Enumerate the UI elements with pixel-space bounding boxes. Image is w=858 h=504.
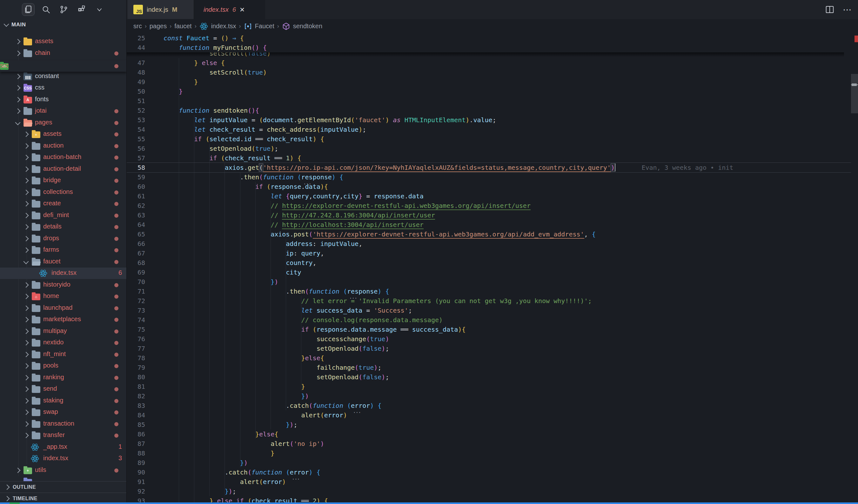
git-modified-dot — [114, 469, 118, 473]
outline-section-header[interactable]: OUTLINE — [0, 481, 126, 492]
tree-item-bridge[interactable]: bridge — [0, 175, 126, 186]
chevron-right-icon — [23, 328, 29, 334]
tree-item-index.tsx[interactable]: index.tsx3 — [0, 453, 126, 464]
source-control-icon[interactable] — [58, 3, 70, 16]
more-actions-icon[interactable]: ⋯ — [843, 4, 852, 15]
code-text: if (selected.id ══ check_result) { — [163, 134, 324, 144]
tree-item-fonts[interactable]: Afonts — [0, 94, 126, 105]
line-number: 75 — [127, 325, 145, 334]
breadcrumb-item[interactable]: index.tsx — [211, 22, 236, 30]
git-modified-dot — [114, 167, 118, 172]
tree-item-send[interactable]: send — [0, 384, 126, 395]
tree-item-farms[interactable]: farms — [0, 244, 126, 256]
tree-item-transfer[interactable]: transfer — [0, 430, 126, 441]
folder-icon — [32, 190, 40, 196]
tree-item-transaction[interactable]: transaction — [0, 418, 126, 430]
search-icon[interactable] — [40, 3, 52, 16]
folder-icon: + — [23, 468, 32, 474]
tree-item-utils[interactable]: +utils — [0, 465, 126, 476]
editor-tab-bar: JS index.js M index.tsx 6 × ⋯ — [127, 0, 858, 19]
scrollbar-thumb[interactable] — [851, 74, 858, 113]
problems-badge: 1 — [118, 443, 122, 450]
code-line-92: 92 }); — [127, 487, 851, 496]
tree-item-nft_mint[interactable]: nft_mint — [0, 349, 126, 360]
line-number: 49 — [127, 77, 145, 87]
tree-item-assets[interactable]: assets — [0, 36, 126, 47]
folder-icon — [32, 259, 40, 266]
tree-item-label: faucet — [43, 258, 60, 265]
folder-icon — [32, 213, 40, 219]
editor-scrollbar[interactable] — [851, 33, 858, 504]
folder-icon — [32, 282, 40, 289]
chevron-right-icon — [4, 496, 10, 501]
explorer-section-main[interactable]: MAIN — [0, 19, 126, 30]
tree-item-index.tsx[interactable]: index.tsx6 — [0, 267, 126, 279]
code-line-70: 70 }) — [127, 277, 851, 287]
tree-item-drops[interactable]: drops — [0, 233, 126, 244]
tree-item-launchpad[interactable]: launchpad — [0, 303, 126, 314]
tree-item-ranking[interactable]: ranking — [0, 372, 126, 384]
line-number: 47 — [127, 58, 145, 68]
chevron-right-icon — [23, 201, 29, 207]
breadcrumb-item[interactable]: Faucet — [255, 22, 274, 30]
folder-icon — [32, 155, 40, 161]
tree-item-defi_mint[interactable]: defi_mint — [0, 210, 126, 221]
breadcrumb-item[interactable]: src — [133, 22, 142, 30]
tree-item-pages[interactable]: pages — [0, 117, 126, 129]
code-line-55: 55 if (selected.id ══ check_result) { — [127, 134, 851, 144]
tree-item-staking[interactable]: staking — [0, 395, 126, 407]
tree-item-multipay[interactable]: multipay — [0, 326, 126, 337]
tab-index-tsx[interactable]: index.tsx 6 × — [194, 0, 265, 19]
tree-item-label: farms — [43, 246, 59, 253]
chevron-down-icon[interactable] — [93, 3, 106, 16]
tree-item-create[interactable]: create — [0, 198, 126, 210]
breadcrumb-item[interactable]: pages — [149, 22, 167, 30]
extensions-icon[interactable] — [76, 3, 88, 16]
sidebar-divider[interactable] — [126, 0, 127, 504]
code-line-59: 59 .then(function (response) { — [127, 172, 851, 182]
folder-icon — [32, 421, 40, 428]
tree-item-label: defi_mint — [43, 211, 69, 219]
folder-icon — [32, 398, 40, 405]
tree-item-chain[interactable]: chain — [0, 48, 126, 59]
tree-item-auction-detail[interactable]: auction-detail — [0, 163, 126, 175]
chevron-right-icon — [4, 484, 10, 490]
tree-item-css[interactable]: CSScss — [0, 82, 126, 94]
tree-item-swap[interactable]: swap — [0, 407, 126, 418]
tree-item-src[interactable]: </>src — [0, 60, 126, 72]
split-editor-icon[interactable] — [825, 5, 835, 14]
tree-item-assets[interactable]: ≡assets — [0, 129, 126, 140]
tree-item-jotai[interactable]: jotai — [0, 105, 126, 117]
tree-item-historyido[interactable]: historyido — [0, 279, 126, 291]
tree-item-_app.tsx[interactable]: _app.tsx1 — [0, 441, 126, 453]
tree-item-src[interactable]: </>src — [0, 60, 126, 72]
code-text: } — [163, 87, 182, 96]
code-text: } else { — [163, 58, 225, 68]
tree-item-constant[interactable]: constant — [0, 71, 126, 82]
tab-index-js[interactable]: JS index.js M — [128, 0, 194, 19]
breadcrumb-item[interactable]: faucet — [174, 22, 191, 30]
tree-item-pools[interactable]: pools — [0, 360, 126, 372]
breadcrumb-item[interactable]: sendtoken — [293, 22, 322, 30]
error-marker — [855, 35, 858, 42]
code-text: } — [163, 77, 198, 87]
tree-item-home[interactable]: ⌂home — [0, 291, 126, 302]
code-editor[interactable]: setScroll(false)47 } else {48 setScroll(… — [127, 33, 858, 504]
line-number: 70 — [127, 277, 145, 287]
close-icon[interactable]: × — [240, 5, 244, 14]
code-text: setScroll(true) — [163, 68, 267, 77]
tree-item-details[interactable]: details — [0, 221, 126, 233]
line-number: 77 — [127, 344, 145, 353]
tree-item-auction[interactable]: auction — [0, 140, 126, 152]
tree-item-label: drops — [43, 234, 59, 242]
tree-item-clipped[interactable] — [0, 476, 126, 481]
folder-icon: CSS — [23, 85, 32, 92]
folder-icon: A — [23, 97, 32, 103]
files-icon[interactable] — [22, 3, 34, 16]
tree-item-auction-batch[interactable]: auction-batch — [0, 152, 126, 163]
tree-item-collections[interactable]: collections — [0, 186, 126, 198]
tree-item-faucet[interactable]: faucet — [0, 256, 126, 267]
tree-item-nextido[interactable]: nextido — [0, 337, 126, 348]
react-icon — [39, 269, 48, 278]
tree-item-marketplaces[interactable]: marketplaces — [0, 314, 126, 325]
